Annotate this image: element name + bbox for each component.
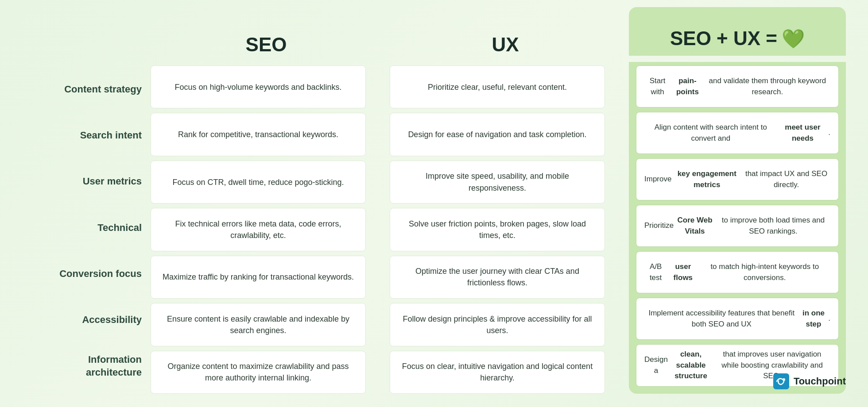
combined-cell-6: Implement accessibility features that be… (636, 298, 839, 340)
ux-cell-4: Solve user friction points, broken pages… (390, 208, 605, 251)
seo-column-header: SEO (151, 34, 382, 56)
touchpoint-logo-icon (773, 373, 789, 389)
label-accessibility: Accessibility (22, 297, 142, 343)
main-container: Content strategy Search intent User metr… (22, 13, 846, 394)
ux-cell-2: Design for ease of navigation and task c… (390, 113, 605, 156)
ux-cell-6: Follow design principles & improve acces… (390, 303, 605, 346)
combined-cell-3: Improve key engagement metrics that impa… (636, 158, 839, 200)
ux-title: UX (492, 34, 519, 55)
combined-cell-4: Prioritize Core Web Vitals to improve bo… (636, 205, 839, 247)
combined-column-header: SEO + UX = 💚 (629, 7, 846, 56)
body-area: Focus on high-volume keywords and backli… (151, 62, 846, 394)
seo-cell-4: Fix technical errors like meta data, cod… (151, 208, 366, 251)
label-technical: Technical (22, 205, 142, 251)
table-area: SEO UX SEO + UX = 💚 Focus on high-volum (151, 13, 846, 394)
seo-cell-2: Rank for competitive, transactional keyw… (151, 113, 366, 156)
ux-cell-5: Optimize the user journey with clear CTA… (390, 256, 605, 299)
combined-title: SEO + UX = 💚 (670, 27, 805, 50)
seo-cell-5: Maximize traffic by ranking for transact… (151, 256, 366, 299)
combined-header-box: SEO + UX = 💚 (629, 7, 846, 56)
seo-cell-6: Ensure content is easily crawlable and i… (151, 303, 366, 346)
seo-cell-3: Focus on CTR, dwell time, reduce pogo-st… (151, 161, 366, 204)
ux-cell-3: Improve site speed, usability, and mobil… (390, 161, 605, 204)
ux-cell-1: Prioritize clear, useful, relevant conte… (390, 65, 605, 108)
header-row: SEO UX SEO + UX = 💚 (151, 13, 846, 62)
logo-area: Touchpoint (773, 373, 846, 389)
ux-column: Prioritize clear, useful, relevant conte… (390, 62, 605, 394)
label-content-strategy: Content strategy (22, 66, 142, 112)
label-information-architecture: Informationarchitecture (22, 343, 142, 389)
ux-column-header: UX (390, 34, 621, 56)
combined-cell-5: A/B test user flows to match high-intent… (636, 251, 839, 293)
touchpoint-logo-text: Touchpoint (794, 376, 846, 387)
seo-column: Focus on high-volume keywords and backli… (151, 62, 366, 394)
svg-rect-0 (773, 373, 789, 389)
seo-cell-7: Organize content to maximize crawlabilit… (151, 351, 366, 394)
label-search-intent: Search intent (22, 112, 142, 158)
combined-column: Start with pain-points and validate them… (629, 62, 846, 394)
seo-title: SEO (246, 34, 287, 55)
svg-point-1 (783, 378, 785, 381)
label-user-metrics: User metrics (22, 159, 142, 205)
label-conversion-focus: Conversion focus (22, 251, 142, 297)
seo-cell-1: Focus on high-volume keywords and backli… (151, 65, 366, 108)
ux-cell-7: Focus on clear, intuitive navigation and… (390, 351, 605, 394)
combined-cell-2: Align content with search intent to conv… (636, 112, 839, 154)
labels-column: Content strategy Search intent User metr… (22, 13, 151, 394)
heart-icon: 💚 (782, 28, 805, 50)
combined-cell-1: Start with pain-points and validate them… (636, 65, 839, 108)
combined-title-text: SEO + UX = (670, 27, 777, 50)
